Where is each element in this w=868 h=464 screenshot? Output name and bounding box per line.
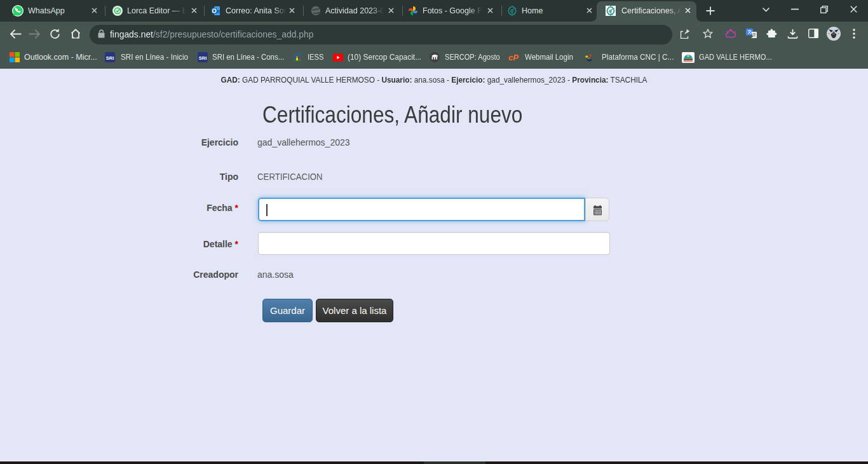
svg-text:SRI: SRI — [106, 55, 114, 61]
svg-text:SRI: SRI — [199, 55, 207, 61]
svg-text:cP: cP — [508, 54, 519, 61]
